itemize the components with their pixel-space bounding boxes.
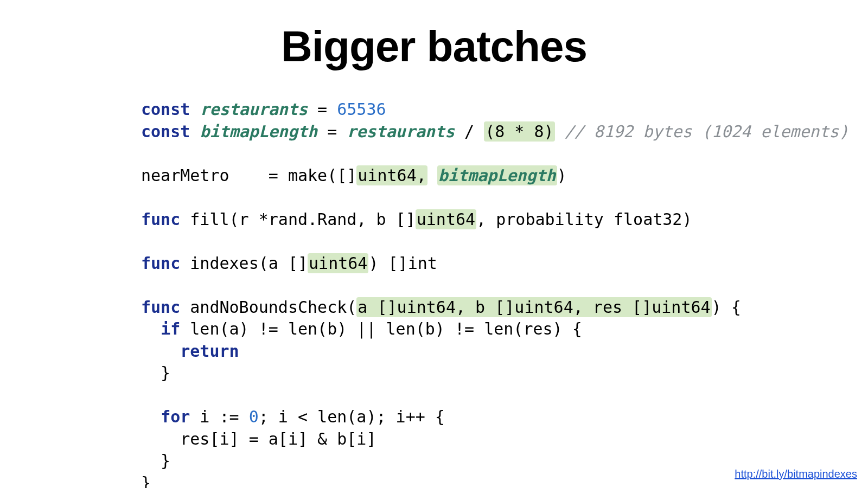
highlight: uint64 [416,209,476,229]
text [427,166,437,185]
text: / [455,122,484,141]
comment: // 8192 bytes (1024 elements) [555,122,849,141]
keyword-for: for [161,407,190,426]
highlight: uint64, [356,165,427,185]
highlight-ident: bitmapLength [437,165,557,185]
keyword-return: return [180,342,239,361]
code-block: const restaurants = 65536 const bitmapLe… [141,99,868,488]
keyword-func: func [141,210,180,229]
text: i := [190,407,248,426]
number: 0 [249,407,259,426]
text: indexes(a [] [180,254,308,273]
text: ; i < len(a); i++ { [259,407,445,426]
text: ) []int [368,254,437,273]
keyword-const: const [141,100,190,119]
slide: Bigger batches const restaurants = 65536… [0,0,868,488]
footer-link[interactable]: http://bit.ly/bitmapindexes [735,468,857,480]
keyword-func: func [141,298,180,317]
text: res[i] = a[i] & b[i] [141,429,376,448]
ident-restaurants: restaurants [200,100,308,119]
text: = [317,122,347,141]
ident-bitmapLength: bitmapLength [200,122,317,141]
text: } [141,473,151,489]
text: fill(r *rand.Rand, b [] [180,210,415,229]
highlight: uint64 [308,253,368,273]
highlight: a []uint64, b []uint64, res []uint64 [356,297,711,317]
number: 65536 [337,100,386,119]
text: ) { [712,298,741,317]
highlight: (8 * 8) [484,121,554,142]
text: = [308,100,337,119]
keyword-const: const [141,122,190,141]
text: andNoBoundsCheck( [180,298,356,317]
text: ) [557,166,567,185]
keyword-func: func [141,254,180,273]
text: len(a) != len(b) || len(b) != len(res) { [180,319,582,338]
keyword-if: if [161,319,180,338]
text: , probability float32) [476,210,692,229]
slide-title: Bigger batches [0,22,868,72]
text: nearMetro = make([] [141,166,356,185]
text: } [141,451,170,470]
text: } [141,363,170,382]
ident-restaurants: restaurants [347,122,455,141]
